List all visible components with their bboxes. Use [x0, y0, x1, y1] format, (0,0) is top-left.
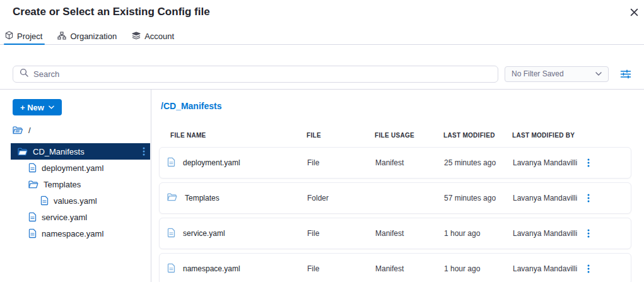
- tab-organization[interactable]: Organization: [57, 28, 117, 44]
- row-file-name: namespace.yaml: [183, 264, 240, 273]
- tree-item-label: namespace.yaml: [42, 229, 103, 238]
- row-file-type-icon: [167, 228, 175, 240]
- tree-item[interactable]: CD_Manifests: [11, 143, 150, 160]
- column-header-file-name: FILE NAME: [170, 132, 307, 139]
- row-file-usage: Manifest: [375, 158, 444, 167]
- tree-item[interactable]: namespace.yaml: [11, 225, 150, 242]
- chevron-down-icon: [49, 105, 54, 109]
- row-last-modified: 1 hour ago: [444, 264, 513, 273]
- column-header-last-modified: LAST MODIFIED: [443, 132, 512, 139]
- new-button[interactable]: + New: [13, 99, 62, 115]
- scope-tabs: Project Organization Account: [0, 28, 644, 45]
- tree-item-icon: [28, 180, 38, 189]
- row-file-name: service.yaml: [183, 229, 225, 238]
- dialog-title: Create or Select an Existing Config file: [13, 6, 210, 18]
- tree-item-icon: [18, 148, 28, 156]
- table-header-row: FILE NAME FILE FILE USAGE LAST MODIFIED …: [159, 132, 631, 139]
- account-layers-icon: [132, 32, 141, 42]
- row-file-type: File: [307, 264, 375, 273]
- column-header-file: FILE: [307, 132, 375, 139]
- row-file-type: Folder: [307, 194, 375, 203]
- row-menu-kebab-icon[interactable]: [587, 229, 596, 238]
- row-menu-kebab-icon[interactable]: [587, 158, 596, 167]
- tree-item-icon: [28, 163, 37, 173]
- column-header-last-modified-by: LAST MODIFIED BY: [512, 132, 587, 139]
- tab-organization-label: Organization: [70, 32, 117, 41]
- row-file-type: File: [307, 229, 375, 238]
- organization-hierarchy-icon: [57, 32, 66, 42]
- tree-item[interactable]: /: [11, 122, 150, 138]
- row-last-modified-by: Lavanya Mandavilli: [513, 264, 587, 273]
- filter-sliders-icon[interactable]: [620, 69, 631, 79]
- row-file-type-icon: [167, 193, 177, 203]
- row-menu-kebab-icon[interactable]: [587, 194, 596, 203]
- row-file-type-icon: [167, 157, 175, 169]
- saved-filter-value: No Filter Saved: [512, 69, 564, 78]
- file-tree-sidebar: + New / CD_Manifests deplo: [0, 90, 151, 282]
- tab-account-label: Account: [144, 32, 174, 41]
- row-last-modified: 57 minutes ago: [444, 194, 513, 203]
- tree-item-menu-icon[interactable]: [143, 147, 145, 156]
- row-last-modified-by: Lavanya Mandavilli: [513, 194, 587, 203]
- new-button-label: + New: [20, 103, 44, 112]
- tree-item-label: Templates: [44, 180, 81, 189]
- breadcrumb[interactable]: /CD_Manifests: [161, 101, 221, 111]
- table-row[interactable]: deployment.yaml File Manifest 25 minutes…: [159, 147, 631, 179]
- close-icon[interactable]: [630, 8, 638, 16]
- tree-item-icon: [40, 196, 49, 206]
- row-last-modified: 25 minutes ago: [444, 158, 513, 167]
- tree-item-label: service.yaml: [42, 213, 87, 222]
- row-last-modified-by: Lavanya Mandavilli: [513, 229, 587, 238]
- row-file-name: deployment.yaml: [183, 158, 240, 167]
- row-file-name: Templates: [185, 194, 220, 203]
- row-menu-kebab-icon[interactable]: [587, 264, 596, 273]
- file-table: deployment.yaml File Manifest 25 minutes…: [159, 147, 631, 282]
- tree-item-label: CD_Manifests: [33, 147, 85, 156]
- config-file-dialog: Create or Select an Existing Config file…: [0, 0, 644, 282]
- saved-filter-dropdown[interactable]: No Filter Saved: [505, 66, 609, 82]
- search-box: [13, 66, 498, 83]
- project-cube-icon: [5, 31, 13, 42]
- tab-project[interactable]: Project: [5, 28, 42, 44]
- tab-account[interactable]: Account: [132, 28, 174, 44]
- search-icon: [20, 68, 28, 79]
- row-file-usage: Manifest: [375, 264, 444, 273]
- tree-item[interactable]: service.yaml: [11, 209, 150, 225]
- chevron-down-icon: [595, 72, 602, 76]
- table-row[interactable]: service.yaml File Manifest 1 hour ago La…: [159, 218, 631, 249]
- tree-item[interactable]: Templates: [11, 176, 150, 192]
- table-row[interactable]: Templates Folder 57 minutes ago Lavanya …: [159, 182, 631, 214]
- tree-item-label: values.yaml: [54, 196, 97, 206]
- table-row[interactable]: namespace.yaml File Manifest 1 hour ago …: [159, 253, 631, 282]
- row-last-modified-by: Lavanya Mandavilli: [513, 158, 587, 167]
- tree-item-icon: [13, 126, 23, 134]
- tree-item-label: /: [28, 126, 31, 135]
- tree-item-label: deployment.yaml: [42, 163, 103, 173]
- tree-item-icon: [28, 212, 37, 222]
- folder-contents-panel: /CD_Manifests FILE NAME FILE FILE USAGE …: [152, 90, 644, 282]
- row-file-usage: Manifest: [375, 229, 444, 238]
- row-file-type: File: [307, 158, 375, 167]
- row-file-type-icon: [167, 263, 175, 275]
- column-header-file-usage: FILE USAGE: [375, 132, 443, 139]
- tree-item[interactable]: deployment.yaml: [11, 160, 150, 176]
- file-tree: / CD_Manifests deployment.yaml: [0, 122, 151, 242]
- toolbar: No Filter Saved: [13, 65, 631, 83]
- search-input[interactable]: [33, 69, 491, 79]
- tree-item-icon: [28, 228, 37, 238]
- tree-item[interactable]: values.yaml: [11, 192, 150, 209]
- row-last-modified: 1 hour ago: [444, 229, 513, 238]
- tab-project-label: Project: [17, 32, 42, 41]
